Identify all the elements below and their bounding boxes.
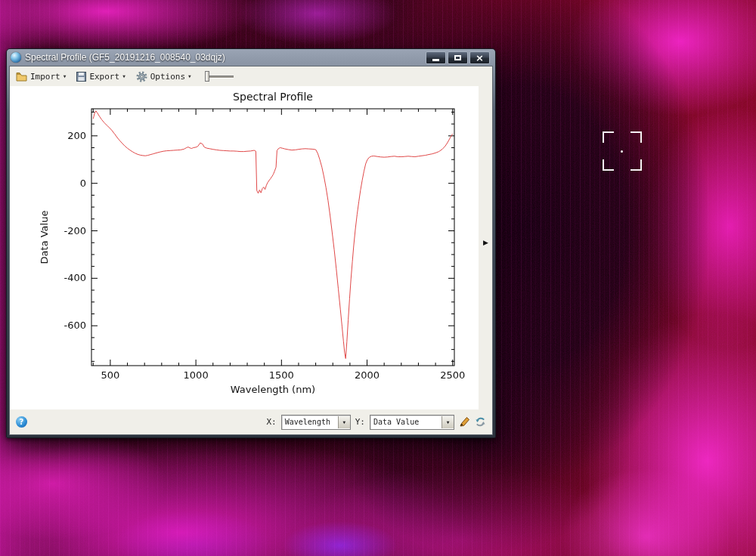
export-menu-button[interactable]: Export ▼ [76,72,125,82]
plot-panel: Spectral ProfileWavelength (nm)Data Valu… [10,86,479,409]
help-button[interactable]: ? [16,416,27,428]
x-axis-value: Wavelength [282,418,338,426]
reticle-corner-icon [603,131,614,143]
close-button[interactable]: × [469,51,490,64]
refresh-icon [475,416,486,428]
svg-text:Spectral Profile: Spectral Profile [233,91,313,103]
save-icon [76,72,86,82]
close-icon: × [476,53,484,63]
y-axis-label: Y: [355,417,365,427]
chevron-down-icon: ▼ [122,74,125,79]
edit-plot-button[interactable] [459,416,470,428]
import-label: Import [30,72,60,82]
svg-text:500: 500 [101,369,119,381]
svg-text:Wavelength (nm): Wavelength (nm) [231,384,315,395]
svg-text:-600: -600 [64,320,86,331]
options-menu-button[interactable]: Options ▼ [136,71,191,82]
side-panel-strip: ▶ [479,86,492,409]
chevron-down-icon: ▼ [188,74,191,79]
minimize-icon [432,59,439,61]
options-label: Options [150,72,185,82]
window-titlebar[interactable]: Spectral Profile (GF5_20191216_008540_03… [9,49,493,66]
refresh-button[interactable] [475,416,486,428]
maximize-button[interactable] [448,51,468,64]
envi-app-icon [11,52,21,63]
panel-expand-arrow-icon[interactable]: ▶ [483,239,488,246]
reticle-center-dot [621,150,623,153]
import-menu-button[interactable]: Import ▼ [16,72,66,82]
slider-handle[interactable] [205,71,209,82]
slider-track-icon [208,76,234,79]
svg-text:2500: 2500 [440,369,465,381]
svg-text:1500: 1500 [269,369,294,381]
y-axis-value: Data Value [370,418,442,426]
combo-arrow-icon[interactable]: ▼ [338,416,350,428]
svg-text:200: 200 [67,130,86,141]
folder-icon [16,72,27,82]
spectral-profile-window: Spectral Profile (GF5_20191216_008540_03… [6,48,496,438]
plot-statusbar: ? X: Wavelength ▼ Y: Data Value ▼ [10,409,492,434]
reticle-corner-icon [603,159,614,171]
y-axis-select[interactable]: Data Value ▼ [370,415,454,430]
target-reticle [603,131,642,171]
x-axis-select[interactable]: Wavelength ▼ [281,415,351,430]
reticle-corner-icon [631,131,642,143]
minimize-button[interactable] [426,51,446,64]
svg-text:0: 0 [80,178,86,189]
reticle-corner-icon [631,159,642,171]
plot-toolbar: Import ▼ Export ▼ [10,66,492,86]
svg-text:1000: 1000 [184,369,209,381]
svg-text:Data Value: Data Value [39,211,50,264]
help-icon: ? [20,418,24,426]
toolbar-slider[interactable] [202,70,235,82]
gear-icon [136,71,147,82]
window-title: Spectral Profile (GF5_20191216_008540_03… [25,52,422,63]
desktop-background: Spectral Profile (GF5_20191216_008540_03… [0,0,756,556]
chevron-down-icon: ▼ [64,74,67,79]
svg-text:-400: -400 [64,272,86,283]
x-axis-label: X: [267,417,277,427]
svg-text:2000: 2000 [355,369,380,381]
combo-arrow-icon[interactable]: ▼ [442,416,454,428]
maximize-icon [454,55,461,60]
export-label: Export [89,72,119,82]
spectral-profile-chart: Spectral ProfileWavelength (nm)Data Valu… [10,86,479,409]
svg-text:-200: -200 [64,225,86,236]
pencil-icon [459,416,470,428]
